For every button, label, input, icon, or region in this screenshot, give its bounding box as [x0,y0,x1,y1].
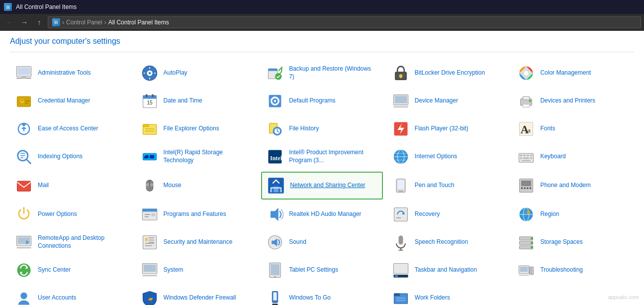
svg-rect-65 [520,155,523,156]
panel-item-power-options[interactable]: Power Options [10,202,132,227]
panel-item-recovery[interactable]: Recovery [387,202,509,227]
panel-item-device-manager[interactable]: Device Manager [387,88,509,114]
panel-item-fonts[interactable]: AaFonts [512,116,634,142]
back-button[interactable]: ← [3,16,16,29]
panel-item-internet-options[interactable]: Internet Options [387,144,509,170]
security-maintenance-label: Security and Maintenance [164,238,233,246]
phone-modem-label: Phone and Modem [540,182,590,190]
svg-rect-124 [393,264,408,274]
path-all-items[interactable]: All Control Panel Items [108,19,169,26]
panel-item-pen-touch[interactable]: Pen and Touch [387,172,509,200]
speech-recognition-icon [392,233,410,251]
devices-printers-label: Devices and Printers [540,97,595,105]
panel-item-intel-rapid-storage[interactable]: Intel(R) Rapid Storage Technology [136,144,258,170]
device-manager-label: Device Manager [415,97,458,105]
up-button[interactable]: ↑ [33,16,46,29]
sync-center-icon [15,261,33,279]
svg-text:a: a [528,126,531,134]
svg-rect-22 [152,95,153,98]
svg-rect-71 [530,157,533,159]
svg-point-132 [531,270,532,271]
administrative-tools-label: Administrative Tools [38,69,91,77]
file-history-icon [266,120,284,138]
panel-item-bitlocker[interactable]: BitLocker Drive Encryption [387,60,509,86]
panel-item-default-programs[interactable]: Default Programs [261,88,383,114]
panel-item-backup-restore[interactable]: Backup and Restore (Windows 7) [261,60,383,86]
panel-item-flash-player[interactable]: Flash Player (32-bit) [387,116,509,142]
svg-rect-104 [16,247,31,248]
user-accounts-icon [15,289,33,305]
panel-item-troubleshooting[interactable]: Troubleshooting [512,257,634,283]
panel-item-tablet-pc-settings[interactable]: Tablet PC Settings [261,257,383,283]
credential-manager-icon [15,92,33,110]
panel-item-speech-recognition[interactable]: Speech Recognition [387,229,509,255]
panel-item-credential-manager[interactable]: Credential Manager [10,88,132,114]
date-time-label: Date and Time [164,97,202,105]
svg-rect-81 [274,188,278,193]
panel-item-remoteapp[interactable]: RemoteApp and Desktop Connections [10,229,132,255]
svg-rect-68 [530,155,533,156]
svg-rect-29 [394,96,407,103]
svg-text:Intel: Intel [270,155,282,162]
flash-player-label: Flash Player (32-bit) [415,125,468,133]
panel-item-administrative-tools[interactable]: Administrative Tools [10,60,132,86]
svg-point-131 [531,268,532,269]
mail-label: Mail [38,182,49,190]
panel-item-sound[interactable]: Sound [261,229,383,255]
device-manager-icon [392,92,410,110]
content-area: Adjust your computer's settings Administ… [0,31,644,305]
panel-item-mail[interactable]: Mail [10,172,132,200]
taskbar-navigation-icon [392,261,410,279]
panel-item-phone-modem[interactable]: Phone and Modem [512,172,634,200]
intel-product-label: Intel® Product Improvement Program (3... [289,149,378,164]
tablet-pc-settings-label: Tablet PC Settings [289,266,338,274]
svg-rect-92 [142,209,157,212]
panel-item-ease-of-access[interactable]: Ease of Access Center [10,116,132,142]
autoplay-label: AutoPlay [164,69,187,77]
panel-item-indexing-options[interactable]: Indexing Options [10,144,132,170]
svg-rect-73 [17,181,31,191]
file-history-label: File History [289,125,319,133]
svg-rect-66 [524,155,526,156]
panel-item-color-management[interactable]: Color Management [512,60,634,86]
panel-item-file-history[interactable]: File History [261,116,383,142]
panel-item-region[interactable]: Region [512,202,634,227]
panel-item-mouse[interactable]: Mouse [136,172,258,200]
panel-item-keyboard[interactable]: Keyboard [512,144,634,170]
panel-item-sync-center[interactable]: Sync Center [10,257,132,283]
pen-touch-label: Pen and Touch [415,182,455,190]
panel-item-taskbar-navigation[interactable]: Taskbar and Navigation [387,257,509,283]
panel-item-security-maintenance[interactable]: Security and Maintenance [136,229,258,255]
svg-rect-33 [523,104,530,107]
storage-spaces-label: Storage Spaces [540,238,582,246]
intel-rapid-storage-label: Intel(R) Rapid Storage Technology [164,149,253,164]
panel-item-windows-to-go[interactable]: Windows To Go [261,285,383,305]
panel-item-network-sharing[interactable]: Network and Sharing Center [261,172,383,200]
panel-item-windows-defender-firewall[interactable]: Windows Defender Firewall [136,285,258,305]
svg-point-116 [531,246,533,249]
panel-item-intel-product[interactable]: IntelIntel® Product Improvement Program … [261,144,383,170]
panel-item-realtek-audio[interactable]: Realtek HD Audio Manager [261,202,383,227]
taskbar-navigation-label: Taskbar and Navigation [415,266,477,274]
svg-point-115 [531,242,533,244]
internet-options-icon [392,148,410,166]
panel-item-file-explorer-options[interactable]: File Explorer Options [136,116,258,142]
panel-item-programs-features[interactable]: Programs and Features [136,202,258,227]
remoteapp-label: RemoteApp and Desktop Connections [38,234,127,250]
path-control-panel[interactable]: Control Panel [66,19,102,26]
svg-rect-136 [274,293,277,301]
panel-item-user-accounts[interactable]: User Accounts [10,285,132,305]
panel-item-work-folders[interactable]: Work Folders [387,285,509,305]
remoteapp-icon [15,233,33,251]
panel-item-storage-spaces[interactable]: Storage Spaces [512,229,634,255]
panel-item-devices-printers[interactable]: Devices and Printers [512,88,634,114]
panel-item-autoplay[interactable]: AutoPlay [136,60,258,86]
watermark: appuals.com [608,294,639,300]
svg-rect-77 [150,184,153,187]
bitlocker-label: BitLocker Drive Encryption [415,69,485,77]
panel-item-date-time[interactable]: 15Date and Time [136,88,258,114]
credential-manager-label: Credential Manager [38,97,90,105]
panel-item-system[interactable]: System [136,257,258,283]
forward-button[interactable]: → [18,16,31,29]
file-explorer-options-label: File Explorer Options [164,125,219,133]
